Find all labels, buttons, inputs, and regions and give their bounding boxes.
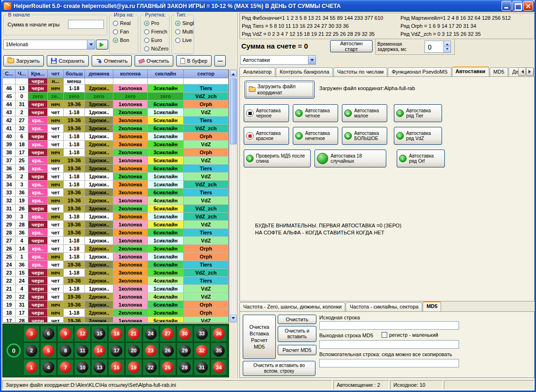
- table-row[interactable]: 2928чернчет19-363дюжи..1колонка5сиклайнV…: [3, 221, 229, 229]
- autospin-start-button[interactable]: Автоспин старт: [330, 40, 373, 52]
- undo-button[interactable]: Отменить: [92, 55, 132, 67]
- helper-string-input[interactable]: [319, 359, 459, 367]
- table-row[interactable]: 1728чернчет19-363дюжи..1колонка5сиклайнV…: [3, 317, 229, 323]
- radio-option-nozero[interactable]: NoZero: [141, 44, 169, 53]
- board-number-24[interactable]: 24: [143, 325, 159, 342]
- md5-all-in-one-button[interactable]: Очистка Вставка Расчет MD5: [243, 315, 276, 359]
- start-sum-input[interactable]: [68, 20, 104, 29]
- board-number-15[interactable]: 15: [91, 325, 108, 342]
- board-number-10[interactable]: 10: [74, 359, 91, 375]
- source-string-input[interactable]: [319, 321, 459, 330]
- board-number-31[interactable]: 31: [194, 359, 210, 375]
- table-row[interactable]: 2614кра..чет1-182дюжи..2колонка3сиклайнO…: [3, 245, 229, 253]
- maximize-button[interactable]: [512, 1, 522, 11]
- autobet-button[interactable]: Автоставка черное: [244, 104, 289, 122]
- table-row[interactable]: 2022чернчет19-362дюжи..1колонка4сиклайнV…: [3, 293, 229, 301]
- minimize-button[interactable]: [502, 1, 511, 11]
- board-zero-cell[interactable]: 0: [4, 325, 23, 375]
- bottom-tab[interactable]: MD5: [423, 301, 441, 311]
- board-number-16[interactable]: 16: [108, 359, 125, 375]
- table-row[interactable]: 3918кра..чет1-182дюжи..3колонка3сиклайнV…: [3, 141, 229, 149]
- board-number-34[interactable]: 34: [211, 359, 227, 375]
- md5-clear-paste-helper-button[interactable]: Очистить и вставить во вспом. строку: [243, 361, 315, 376]
- clear-button[interactable]: Очистить: [135, 55, 173, 67]
- close-button[interactable]: [523, 1, 533, 11]
- board-number-17[interactable]: 17: [108, 342, 125, 359]
- radio-option-fan[interactable]: Fan: [110, 27, 138, 36]
- table-row[interactable]: 2836кра..чет19-363дюжи..3колонка6сиклайн…: [3, 229, 229, 237]
- board-number-26[interactable]: 26: [160, 342, 176, 359]
- table-row[interactable]: 3126чернчет19-363дюжи..2колонка5сиклайнV…: [3, 205, 229, 213]
- table-row[interactable]: 4431черннеч19-363дюжи..1колонка6сиклайнO…: [3, 100, 229, 108]
- table-row[interactable]: 251кра..неч1-181дюжи..1колонка1сиклайнOr…: [3, 253, 229, 261]
- table-row[interactable]: 3636кра..чет19-363дюжи..3колонка6сиклайн…: [3, 165, 229, 173]
- board-number-19[interactable]: 19: [125, 359, 142, 375]
- board-number-36[interactable]: 36: [211, 325, 227, 342]
- main-tab[interactable]: Функционал PsevdoMS: [388, 67, 451, 76]
- main-tab[interactable]: Автоставки: [452, 67, 489, 76]
- scroll-up-icon[interactable]: [230, 70, 237, 77]
- board-number-6[interactable]: 6: [40, 325, 57, 342]
- board-number-23[interactable]: 23: [143, 342, 159, 359]
- output-string-input[interactable]: [319, 340, 459, 349]
- autobet-button[interactable]: •Автоставка ряд Orf: [397, 150, 445, 167]
- table-row[interactable]: 4227кра..неч19-363дюжи..3колонка5сиклайн…: [3, 117, 229, 125]
- save-button[interactable]: Сохранить: [47, 55, 89, 67]
- autobet-button[interactable]: БАвтоставка БОЛЬШОЕ: [342, 127, 387, 145]
- board-number-7[interactable]: 7: [57, 359, 74, 375]
- main-tab[interactable]: MD5: [490, 67, 508, 76]
- board-number-14[interactable]: 14: [91, 342, 108, 359]
- board-number-18[interactable]: 18: [108, 325, 125, 342]
- table-row[interactable]: 4132кра..чет19-363дюжи..2колонка6сиклайн…: [3, 125, 229, 133]
- table-row[interactable]: 1817черннеч1-182дюжи..2колонка3сиклайнOr…: [3, 309, 229, 317]
- profile-select[interactable]: 1Melonati: [3, 40, 95, 50]
- table-row[interactable]: 303кра..неч1-181дюжи..3колонка1сиклайнVd…: [3, 213, 229, 221]
- board-number-9[interactable]: 9: [57, 325, 74, 342]
- board-number-33[interactable]: 33: [194, 325, 210, 342]
- board-number-13[interactable]: 13: [91, 359, 108, 375]
- bottom-tab[interactable]: Частота - сиклайны, сектора: [346, 302, 422, 311]
- board-number-28[interactable]: 28: [177, 359, 193, 375]
- board-number-30[interactable]: 30: [177, 325, 193, 342]
- clipboard-button[interactable]: В буфер: [176, 55, 212, 67]
- table-row[interactable]: 406чернчет1-181дюжи..3колонка1сиклайнOrp…: [3, 133, 229, 141]
- autobet-button[interactable]: чАвтоставка четное: [293, 104, 338, 122]
- bottom-tab[interactable]: Частота - Zero, шансы, дюжины, колонки: [239, 302, 345, 311]
- md5-clear-paste-button[interactable]: Очистить и вставить: [278, 326, 316, 342]
- board-number-25[interactable]: 25: [160, 359, 176, 375]
- autobet-button[interactable]: 5Проверить МД5 после спина: [244, 150, 311, 167]
- table-row[interactable]: 343кра..неч1-181дюжи..3колонка1сиклайнVd…: [3, 181, 229, 189]
- autobet-button[interactable]: •Автоставка ряд Tier: [394, 104, 442, 122]
- radio-option-real[interactable]: Real: [110, 19, 138, 27]
- radio-option-multi[interactable]: Multi: [172, 27, 194, 36]
- table-row[interactable]: 4613черннеч1-182дюжи..1колонка3сиклайнTi…: [3, 84, 229, 92]
- spins-table[interactable]: С...Ч...Кра...четбольшдюжинаколонкасикла…: [2, 69, 229, 323]
- scrollbar-thumb[interactable]: [230, 78, 237, 144]
- load-coordinates-button[interactable]: Загрузить файл координат: [245, 81, 315, 99]
- md5-calc-button[interactable]: Расчет MD5: [278, 345, 316, 355]
- table-row[interactable]: 2224чернчет19-362дюжи..3колонка4сиклайнT…: [3, 277, 229, 285]
- board-number-11[interactable]: 11: [74, 342, 91, 359]
- folder-open-button[interactable]: Загрузить: [3, 55, 44, 67]
- radio-option-live[interactable]: Live: [172, 36, 194, 44]
- table-row[interactable]: 214чернчет1-181дюжи..1колонка1сиклайнVdZ: [3, 285, 229, 293]
- board-number-1[interactable]: 1: [23, 359, 40, 375]
- board-number-4[interactable]: 4: [40, 359, 57, 375]
- main-tab[interactable]: Контроль банкролла: [276, 67, 333, 76]
- board-number-5[interactable]: 5: [40, 342, 57, 359]
- radio-option-singl[interactable]: Singl: [172, 19, 194, 27]
- board-number-22[interactable]: 22: [143, 359, 159, 375]
- delay-spinner[interactable]: 0: [425, 41, 451, 53]
- board-number-27[interactable]: 27: [160, 325, 176, 342]
- chevron-down-icon[interactable]: [308, 56, 315, 64]
- checkbox-icon[interactable]: [382, 332, 387, 338]
- table-subheader-row[interactable]: чернн...менш: [3, 78, 229, 84]
- board-number-2[interactable]: 2: [23, 342, 40, 359]
- table-row[interactable]: 3219кра..неч19-362дюжи..1колонка4сиклайн…: [3, 197, 229, 205]
- table-row[interactable]: 3817черннеч1-182дюжи..2колонка3сиклайнOr…: [3, 149, 229, 157]
- autobet-button[interactable]: НАвтоставка нечетное: [293, 127, 338, 145]
- board-number-35[interactable]: 35: [211, 342, 227, 359]
- play-button[interactable]: [96, 40, 108, 50]
- board-number-12[interactable]: 12: [74, 325, 91, 342]
- autobet-button[interactable]: •Автоставка ряд VdZ: [394, 127, 442, 145]
